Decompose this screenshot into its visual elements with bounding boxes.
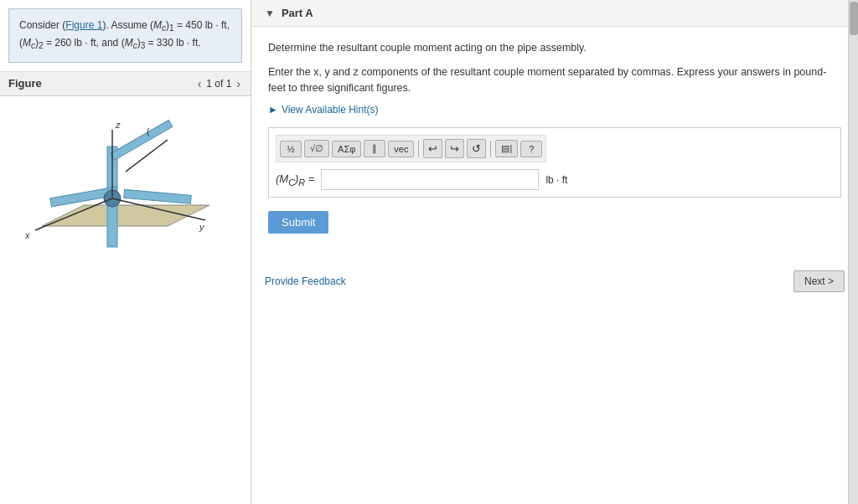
svg-text:(: ( [147,126,150,136]
greek-button[interactable]: ΑΣφ [332,141,361,157]
figure-link[interactable]: Figure 1 [65,19,102,31]
problem-text: Consider (Figure 1). Assume (Mc)1 = 450 … [19,19,230,49]
toolbar: ½ √∅ ΑΣφ ∥ vec ↩ [276,135,546,162]
figure-section: Figure ‹ 1 of 1 › [0,71,251,504]
fractions-button[interactable]: ½ [280,141,302,157]
figure-title: Figure [8,77,42,90]
svg-text:z: z [115,120,121,130]
hint-arrow: ► [268,104,278,116]
answer-box: ½ √∅ ΑΣφ ∥ vec ↩ [268,127,841,198]
instruction-sub: Enter the x, y and z components of the r… [268,64,841,96]
svg-text:y: y [199,222,205,232]
svg-text:x: x [24,230,30,240]
hint-label: View Available Hint(s) [282,104,379,116]
keyboard-button[interactable]: ▤| [495,140,518,157]
problem-statement: Consider (Figure 1). Assume (Mc)1 = 450 … [8,8,242,63]
figure-body: z y x (MC)1 (MC)3 [0,96,251,504]
hint-link[interactable]: ► View Available Hint(s) [268,104,841,116]
bottom-bar: Provide Feedback Next > [251,264,858,299]
toolbar-divider-1 [418,141,419,157]
unit-label: lb · ft [545,174,567,186]
sqrt-button[interactable]: √∅ [304,140,329,157]
figure-nav: ‹ 1 of 1 › [196,77,242,90]
feedback-link[interactable]: Provide Feedback [265,275,346,287]
figure-prev-button[interactable]: ‹ [196,77,204,90]
redo-button[interactable]: ↪ [445,139,464,158]
part-content: Determine the resultant couple moment ac… [251,27,858,247]
input-row: (MC)R = lb · ft [276,169,834,190]
answer-input[interactable] [321,169,539,190]
left-panel: Consider (Figure 1). Assume (Mc)1 = 450 … [0,0,251,504]
part-toggle[interactable]: ▼ [265,8,275,19]
figure-diagram: z y x (MC)1 (MC)3 [0,96,241,255]
figure-svg: z y x ( [0,96,241,255]
next-button[interactable]: Next > [793,270,845,292]
submit-button[interactable]: Submit [268,211,328,234]
right-panel: ▼ Part A Determine the resultant couple … [251,0,858,504]
part-title: Part A [282,7,313,19]
figure-page-info: 1 of 1 [206,78,231,90]
undo-button[interactable]: ↩ [423,139,442,158]
figure-header: Figure ‹ 1 of 1 › [0,72,251,96]
part-header: ▼ Part A [251,0,858,27]
equation-label: (MC)R = [276,172,314,188]
bars-button[interactable]: ∥ [364,140,385,157]
reset-button[interactable]: ↺ [467,139,486,158]
vec-button[interactable]: vec [388,141,414,157]
help-button[interactable]: ? [520,141,542,157]
svg-rect-3 [124,189,192,203]
toolbar-divider-2 [490,141,491,157]
instruction-main: Determine the resultant couple moment ac… [268,40,841,56]
figure-next-button[interactable]: › [235,77,242,90]
